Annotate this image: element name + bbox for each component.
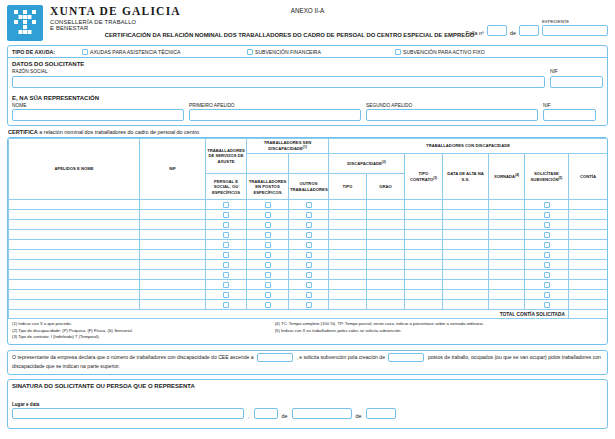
table-cell[interactable] (367, 260, 405, 270)
table-cell[interactable] (206, 300, 247, 310)
row-checkbox[interactable] (265, 272, 271, 278)
checkbox-subvencion-activo-fixo[interactable] (395, 49, 401, 55)
table-cell[interactable] (367, 300, 405, 310)
folla-total-field[interactable] (519, 25, 539, 36)
row-checkbox[interactable] (265, 252, 271, 258)
table-cell[interactable] (489, 290, 525, 300)
table-cell[interactable] (569, 300, 608, 310)
table-cell[interactable] (525, 220, 569, 230)
table-cell[interactable] (443, 270, 489, 280)
row-checkbox[interactable] (265, 242, 271, 248)
table-cell[interactable] (9, 260, 140, 270)
table-cell[interactable] (405, 220, 443, 230)
table-cell[interactable] (489, 250, 525, 260)
row-checkbox[interactable] (306, 222, 312, 228)
row-checkbox[interactable] (306, 202, 312, 208)
table-cell[interactable] (525, 270, 569, 280)
table-cell[interactable] (405, 260, 443, 270)
table-cell[interactable] (489, 210, 525, 220)
table-cell[interactable] (443, 230, 489, 240)
checkbox-subvencion-financeira[interactable] (247, 49, 253, 55)
table-cell[interactable] (9, 210, 140, 220)
table-cell[interactable] (489, 270, 525, 280)
table-cell[interactable] (247, 280, 289, 290)
table-cell[interactable] (247, 260, 289, 270)
table-cell[interactable] (405, 250, 443, 260)
table-cell[interactable] (443, 300, 489, 310)
table-cell[interactable] (329, 220, 367, 230)
table-cell[interactable] (489, 280, 525, 290)
row-checkbox[interactable] (306, 242, 312, 248)
table-cell[interactable] (289, 230, 329, 240)
table-cell[interactable] (525, 200, 569, 210)
row-checkbox[interactable] (544, 222, 550, 228)
table-cell[interactable] (329, 290, 367, 300)
table-cell[interactable] (489, 230, 525, 240)
table-cell[interactable] (405, 270, 443, 280)
table-cell[interactable] (489, 200, 525, 210)
row-checkbox[interactable] (544, 212, 550, 218)
razon-social-field[interactable] (12, 76, 545, 88)
table-cell[interactable] (569, 250, 608, 260)
table-cell[interactable] (329, 300, 367, 310)
table-cell[interactable] (206, 250, 247, 260)
row-checkbox[interactable] (265, 232, 271, 238)
table-cell[interactable] (443, 290, 489, 300)
table-cell[interactable] (569, 230, 608, 240)
table-cell[interactable] (443, 280, 489, 290)
table-cell[interactable] (525, 300, 569, 310)
table-cell[interactable] (569, 200, 608, 210)
table-cell[interactable] (329, 280, 367, 290)
table-cell[interactable] (9, 250, 140, 260)
table-cell[interactable] (405, 210, 443, 220)
table-cell[interactable] (569, 270, 608, 280)
table-cell[interactable] (367, 280, 405, 290)
row-checkbox[interactable] (306, 272, 312, 278)
table-cell[interactable] (247, 250, 289, 260)
table-cell[interactable] (525, 210, 569, 220)
table-cell[interactable] (443, 220, 489, 230)
table-cell[interactable] (9, 230, 140, 240)
table-cell[interactable] (329, 210, 367, 220)
table-cell[interactable] (289, 240, 329, 250)
table-cell[interactable] (443, 210, 489, 220)
row-checkbox[interactable] (544, 262, 550, 268)
row-checkbox[interactable] (265, 282, 271, 288)
table-cell[interactable] (247, 240, 289, 250)
table-cell[interactable] (367, 240, 405, 250)
row-checkbox[interactable] (223, 252, 229, 258)
row-checkbox[interactable] (223, 202, 229, 208)
table-cell[interactable] (405, 280, 443, 290)
table-cell[interactable] (329, 250, 367, 260)
place-field[interactable] (12, 408, 244, 419)
table-cell[interactable] (525, 280, 569, 290)
workers-count-field[interactable] (257, 353, 293, 362)
segundo-apelido-field[interactable] (366, 109, 538, 121)
row-checkbox[interactable] (306, 292, 312, 298)
table-cell[interactable] (289, 200, 329, 210)
table-cell[interactable] (525, 230, 569, 240)
row-checkbox[interactable] (223, 272, 229, 278)
month-field[interactable] (292, 408, 352, 419)
representante-nif-field[interactable] (543, 109, 596, 121)
row-checkbox[interactable] (306, 212, 312, 218)
table-cell[interactable] (367, 220, 405, 230)
day-field[interactable] (254, 408, 278, 419)
posts-created-field[interactable] (388, 353, 424, 362)
table-cell[interactable] (140, 250, 206, 260)
table-cell[interactable] (489, 300, 525, 310)
table-cell[interactable] (405, 200, 443, 210)
table-cell[interactable] (140, 220, 206, 230)
table-cell[interactable] (206, 230, 247, 240)
row-checkbox[interactable] (544, 282, 550, 288)
table-cell[interactable] (206, 270, 247, 280)
table-cell[interactable] (206, 280, 247, 290)
row-checkbox[interactable] (544, 252, 550, 258)
table-cell[interactable] (405, 300, 443, 310)
table-cell[interactable] (206, 210, 247, 220)
row-checkbox[interactable] (265, 262, 271, 268)
table-cell[interactable] (329, 240, 367, 250)
table-cell[interactable] (247, 200, 289, 210)
table-cell[interactable] (247, 270, 289, 280)
table-cell[interactable] (140, 270, 206, 280)
